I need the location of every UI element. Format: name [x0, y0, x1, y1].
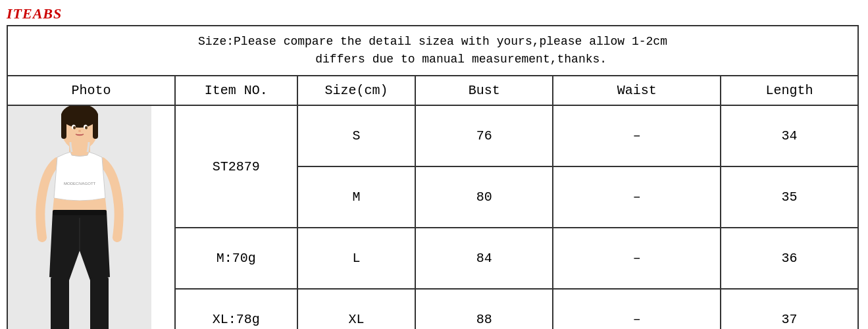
notice-row: Size:Please compare the detail sizea wit… [7, 26, 858, 76]
col-header-item-no: Item NO. [175, 76, 297, 105]
bust-m: 80 [415, 166, 553, 228]
svg-rect-5 [93, 113, 98, 139]
bust-xl: 88 [415, 289, 553, 329]
header-row: Photo Item NO. Size(cm) Bust Waist Lengt… [7, 76, 858, 105]
size-l: L [297, 228, 416, 289]
item-no-st2879: ST2879 [175, 105, 297, 228]
length-s: 34 [721, 105, 858, 166]
svg-point-9 [85, 126, 88, 130]
size-chart-table: Size:Please compare the detail sizea wit… [7, 25, 859, 329]
notice-text: Size:Please compare the detail sizea wit… [7, 26, 858, 76]
size-xl: XL [297, 289, 416, 329]
length-m: 35 [721, 166, 858, 228]
waist-l: – [553, 228, 721, 289]
svg-rect-4 [61, 113, 66, 139]
col-header-length: Length [721, 76, 858, 105]
product-image: MODECIVAGOTT [8, 106, 151, 329]
size-s: S [297, 105, 416, 166]
brand-logo: ITEABS [7, 5, 62, 22]
svg-rect-12 [53, 210, 107, 215]
item-no-weight-l: M:70g [175, 228, 297, 289]
svg-point-8 [73, 126, 76, 130]
waist-s: – [553, 105, 721, 166]
col-header-size: Size(cm) [297, 76, 416, 105]
col-header-waist: Waist [553, 76, 721, 105]
svg-point-10 [78, 130, 81, 132]
svg-rect-13 [51, 277, 69, 329]
table-row: MODECIVAGOTT [7, 105, 858, 166]
item-no-weight-xl: XL:78g [175, 289, 297, 329]
svg-text:MODECIVAGOTT: MODECIVAGOTT [64, 182, 96, 186]
waist-m: – [553, 166, 721, 228]
waist-xl: – [553, 289, 721, 329]
bust-l: 84 [415, 228, 553, 289]
col-header-bust: Bust [415, 76, 553, 105]
length-xl: 37 [721, 289, 858, 329]
col-header-photo: Photo [7, 76, 175, 105]
length-l: 36 [721, 228, 858, 289]
svg-rect-14 [90, 277, 109, 329]
size-m: M [297, 166, 416, 228]
bust-s: 76 [415, 105, 553, 166]
product-photo-cell: MODECIVAGOTT [7, 105, 175, 329]
